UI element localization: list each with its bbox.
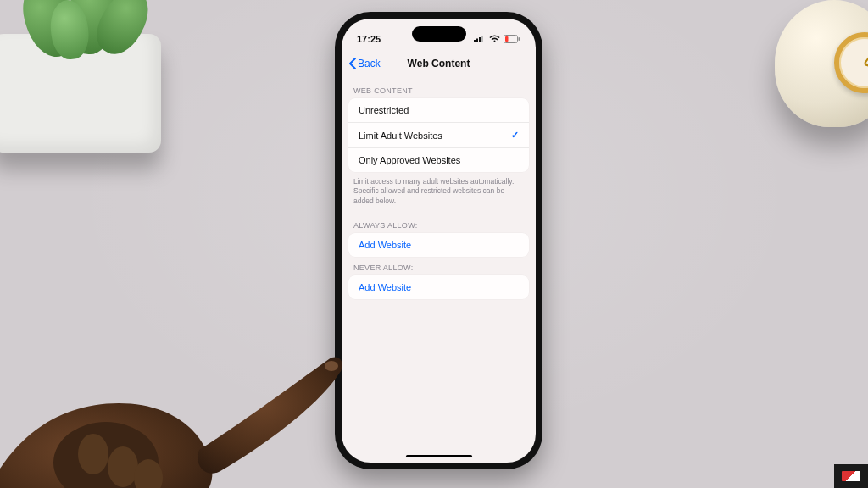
option-label: Only Approved Websites (359, 155, 460, 165)
hand-illustration (0, 302, 348, 488)
always-allow-group: Add Website (348, 233, 529, 257)
cellular-icon (474, 35, 486, 42)
section-header-web-content: WEB CONTENT (342, 80, 536, 98)
never-allow-group: Add Website (348, 275, 529, 299)
option-only-approved-websites[interactable]: Only Approved Websites (348, 148, 529, 172)
option-unrestricted[interactable]: Unrestricted (348, 98, 529, 123)
add-website-label: Add Website (359, 282, 411, 292)
plant-decoration (0, 0, 178, 152)
web-content-options-group: Unrestricted Limit Adult Websites ✓ Only… (348, 98, 529, 172)
chevron-left-icon (348, 58, 356, 69)
home-indicator[interactable] (406, 455, 472, 458)
iphone-screen: 17:25 Back Web Content WEB CONTENT Unres… (342, 19, 536, 463)
svg-rect-3 (481, 36, 483, 43)
status-time: 17:25 (357, 34, 381, 44)
watermark-badge (834, 464, 868, 488)
svg-rect-6 (519, 37, 520, 41)
option-label: Unrestricted (359, 105, 409, 115)
battery-low-icon (504, 35, 520, 43)
option-limit-adult-websites[interactable]: Limit Adult Websites ✓ (348, 123, 529, 148)
add-website-label: Add Website (359, 240, 411, 250)
svg-point-7 (53, 422, 159, 488)
clock-decoration (758, 0, 868, 161)
iphone-device: 17:25 Back Web Content WEB CONTENT Unres… (335, 12, 542, 469)
svg-point-9 (108, 446, 138, 487)
svg-point-10 (134, 459, 163, 488)
status-right-cluster (474, 35, 520, 43)
checkmark-icon: ✓ (511, 130, 519, 141)
svg-rect-0 (474, 40, 476, 42)
back-label: Back (358, 58, 381, 69)
dynamic-island (412, 26, 466, 42)
svg-point-8 (78, 434, 108, 474)
option-label: Limit Adult Websites (359, 130, 442, 141)
add-website-never-allow[interactable]: Add Website (348, 275, 529, 299)
add-website-always-allow[interactable]: Add Website (348, 233, 529, 257)
svg-rect-1 (476, 39, 478, 43)
settings-content: WEB CONTENT Unrestricted Limit Adult Web… (342, 76, 536, 299)
section-header-always-allow: ALWAYS ALLOW: (342, 214, 536, 233)
wifi-icon (489, 35, 500, 42)
section-footer-web-content: Limit access to many adult websites auto… (342, 172, 536, 214)
navigation-bar: Back Web Content (342, 51, 536, 76)
svg-rect-5 (505, 36, 509, 42)
svg-rect-2 (479, 37, 481, 42)
section-header-never-allow: NEVER ALLOW: (342, 257, 536, 275)
page-title: Web Content (408, 58, 470, 69)
back-button[interactable]: Back (348, 58, 381, 69)
